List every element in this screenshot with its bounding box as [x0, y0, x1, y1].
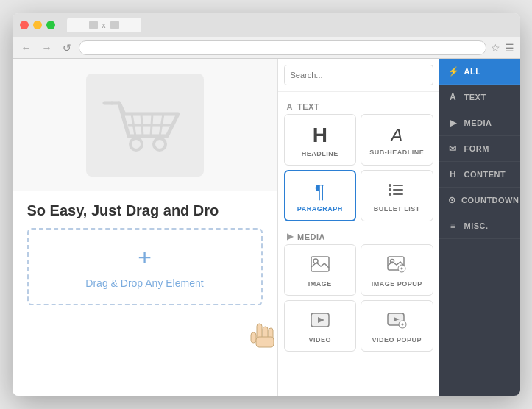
- panel-scrollable: A TEXT H HEADLINE A SUB-HEADLINE: [278, 92, 439, 396]
- image-label: IMAGE: [308, 280, 332, 288]
- svg-point-10: [389, 188, 391, 191]
- browser-tab[interactable]: x: [67, 18, 141, 32]
- image-icon: [310, 255, 330, 276]
- refresh-button[interactable]: ↺: [60, 40, 74, 55]
- paragraph-icon: ¶: [315, 182, 325, 201]
- sidebar-item-misc[interactable]: ≡ MISC.: [439, 213, 520, 239]
- browser-titlebar: x: [13, 13, 520, 37]
- element-card-sub-headline[interactable]: A SUB-HEADLINE: [361, 114, 433, 166]
- sidebar-item-content[interactable]: H CONTENT: [439, 162, 520, 188]
- sidebar-item-media-label: MEDIA: [464, 118, 492, 127]
- sidebar-item-content-label: CONTENT: [464, 170, 506, 179]
- video-popup-icon: [386, 311, 407, 332]
- sidebar-item-media[interactable]: ▶ MEDIA: [439, 110, 520, 136]
- headline-label: HEADLINE: [302, 150, 338, 157]
- svg-point-12: [389, 193, 391, 196]
- back-button[interactable]: ←: [18, 40, 35, 55]
- minimize-button[interactable]: [33, 21, 42, 29]
- media-elements-grid: IMAGE: [284, 244, 433, 352]
- text-icon: A: [448, 92, 458, 102]
- element-card-video-popup[interactable]: VIDEO POPUP: [361, 300, 433, 352]
- browser-body: So Easy, Just Drag and Dro + Drag & Drop…: [13, 59, 520, 396]
- menu-icon[interactable]: ☰: [505, 42, 514, 54]
- text-section-icon: A: [287, 102, 293, 111]
- bullet-list-icon: [388, 182, 405, 201]
- sub-headline-icon: A: [391, 127, 402, 144]
- tab-close-icon[interactable]: x: [102, 21, 106, 29]
- tab-favicon: [89, 21, 98, 29]
- maximize-button[interactable]: [46, 21, 55, 29]
- forward-button[interactable]: →: [39, 40, 55, 55]
- element-card-bullet-list[interactable]: BULLET LIST: [361, 170, 433, 221]
- media-section-header: ▶ MEDIA: [284, 227, 433, 244]
- panel-search: [278, 59, 439, 92]
- content-icon: H: [448, 169, 458, 179]
- svg-point-7: [154, 138, 166, 150]
- sidebar-item-countdown[interactable]: ⊙ COUNTDOWN: [439, 188, 520, 213]
- drop-zone-label: Drag & Drop Any Element: [85, 277, 203, 289]
- countdown-icon: ⊙: [448, 195, 456, 205]
- bullet-list-label: BULLET LIST: [374, 205, 420, 213]
- page-headline: So Easy, Just Drag and Dro: [27, 202, 263, 219]
- drop-zone[interactable]: + Drag & Drop Any Element: [27, 228, 263, 305]
- image-popup-icon: [386, 255, 407, 276]
- video-icon: [310, 311, 330, 332]
- all-icon: ⚡: [448, 66, 458, 77]
- new-tab-icon[interactable]: [110, 21, 119, 29]
- svg-point-6: [130, 138, 142, 150]
- sidebar-item-text[interactable]: A TEXT: [439, 85, 520, 110]
- element-card-image-popup[interactable]: IMAGE POPUP: [361, 244, 433, 296]
- element-card-video[interactable]: VIDEO: [284, 300, 357, 352]
- sub-headline-label: SUB-HEADLINE: [369, 149, 424, 156]
- element-card-paragraph[interactable]: ¶ PARAGRAPH: [284, 170, 357, 221]
- video-label: VIDEO: [308, 336, 331, 344]
- cart-image: [86, 74, 204, 177]
- page-text-area: So Easy, Just Drag and Dro + Drag & Drop…: [13, 191, 277, 316]
- sidebar-item-misc-label: MISC.: [464, 221, 489, 230]
- shopping-cart-icon: [101, 88, 189, 162]
- bookmark-icon[interactable]: ☆: [491, 42, 500, 54]
- svg-rect-9: [393, 185, 403, 186]
- video-popup-label: VIDEO POPUP: [372, 336, 422, 344]
- page-hero: [13, 59, 277, 191]
- sidebar-item-all-label: ALL: [464, 67, 481, 76]
- svg-point-8: [389, 184, 391, 187]
- element-card-headline[interactable]: H HEADLINE: [284, 114, 357, 166]
- paragraph-label: PARAGRAPH: [297, 205, 343, 213]
- text-elements-grid: H HEADLINE A SUB-HEADLINE ¶ PARAGRAPH: [284, 114, 433, 221]
- drop-zone-plus-icon: +: [138, 244, 152, 271]
- sidebar-item-text-label: TEXT: [464, 93, 486, 102]
- close-button[interactable]: [20, 21, 29, 29]
- sidebar-item-form-label: FORM: [464, 144, 489, 153]
- browser-window: x ← → ↺ ☆ ☰: [13, 13, 520, 396]
- element-card-image[interactable]: IMAGE: [284, 244, 357, 296]
- url-bar[interactable]: [79, 40, 486, 55]
- media-icon: ▶: [448, 118, 458, 128]
- main-content: So Easy, Just Drag and Dro + Drag & Drop…: [13, 59, 277, 396]
- sidebar-item-all[interactable]: ⚡ ALL: [439, 59, 520, 85]
- misc-icon: ≡: [448, 221, 458, 231]
- headline-icon: H: [313, 125, 327, 146]
- sidebar-item-form[interactable]: ✉ FORM: [439, 136, 520, 162]
- form-icon: ✉: [448, 143, 458, 154]
- text-section-header: A TEXT: [284, 98, 433, 114]
- elements-search-input[interactable]: [284, 65, 433, 85]
- svg-rect-13: [393, 193, 403, 195]
- image-popup-label: IMAGE POPUP: [372, 280, 422, 288]
- right-sidebar: ⚡ ALL A TEXT ▶ MEDIA ✉ FORM H CONTENT ⊙ …: [439, 59, 520, 396]
- svg-rect-11: [393, 189, 403, 191]
- elements-panel: A TEXT H HEADLINE A SUB-HEADLINE: [277, 59, 439, 396]
- sidebar-item-countdown-label: COUNTDOWN: [461, 196, 519, 204]
- media-section-icon: ▶: [287, 232, 294, 241]
- browser-toolbar: ← → ↺ ☆ ☰: [13, 37, 520, 59]
